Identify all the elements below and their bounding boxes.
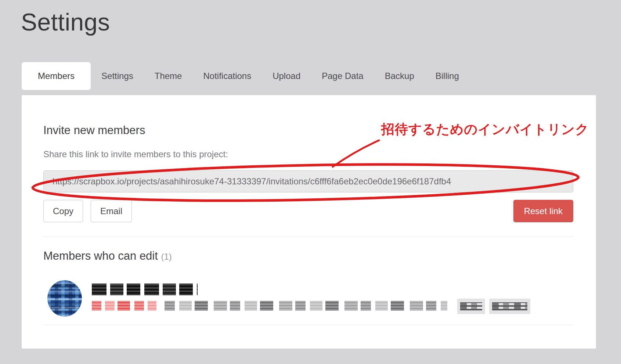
tab-upload[interactable]: Upload [262, 62, 311, 90]
tab-backup[interactable]: Backup [374, 62, 425, 90]
member-avatar [47, 280, 82, 317]
members-heading-label: Members who can edit [43, 249, 158, 262]
annotation-text: 招待するためのインバイトリンク [381, 120, 589, 138]
page-title: Settings [21, 8, 110, 36]
settings-page: Settings Members Settings Theme Notifica… [0, 0, 621, 364]
redacted-badge-content [492, 302, 527, 310]
redacted-member-name [92, 284, 198, 295]
reset-link-button[interactable]: Reset link [513, 200, 573, 222]
redacted-member-email [92, 301, 156, 311]
member-row-divider [43, 325, 573, 325]
tab-notifications[interactable]: Notifications [192, 62, 262, 90]
tab-page-data[interactable]: Page Data [311, 62, 374, 90]
invite-link-input[interactable] [43, 170, 573, 192]
redacted-badge [489, 299, 530, 314]
member-row [43, 278, 573, 318]
invite-heading: Invite new members [43, 124, 145, 137]
redacted-member-details [165, 301, 447, 311]
redacted-badge [457, 299, 485, 314]
members-count: (1) [161, 252, 172, 262]
tab-billing[interactable]: Billing [425, 62, 470, 90]
tab-theme[interactable]: Theme [144, 62, 193, 90]
tab-settings[interactable]: Settings [91, 62, 144, 90]
members-heading: Members who can edit (1) [43, 249, 172, 263]
section-divider [43, 237, 573, 237]
invite-description: Share this link to invite members to thi… [43, 149, 228, 159]
tab-bar: Members Settings Theme Notifications Upl… [22, 62, 470, 90]
tab-members[interactable]: Members [22, 62, 91, 90]
copy-button[interactable]: Copy [43, 200, 83, 222]
email-button[interactable]: Email [91, 200, 132, 222]
redacted-badge-content [460, 302, 482, 310]
